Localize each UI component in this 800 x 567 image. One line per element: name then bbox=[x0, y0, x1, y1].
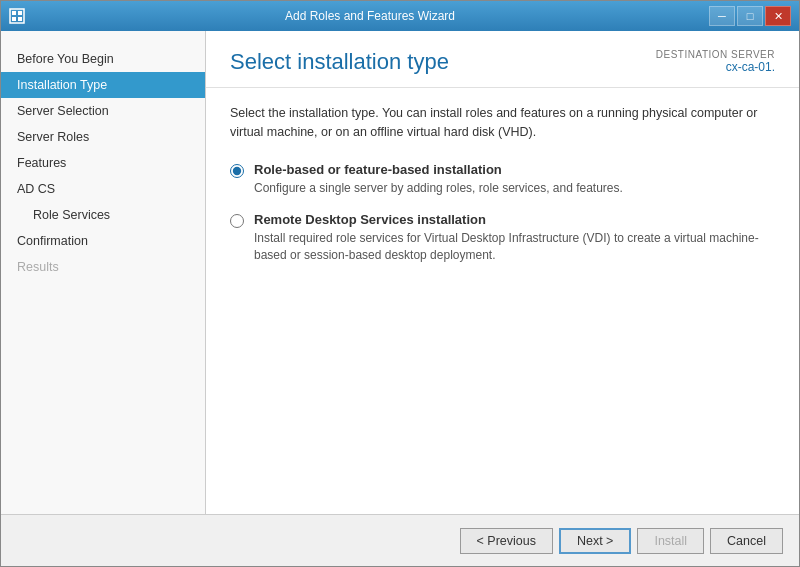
radio-title-remote-desktop: Remote Desktop Services installation bbox=[254, 212, 775, 227]
footer: < Previous Next > Install Cancel bbox=[1, 514, 799, 566]
installation-type-options: Role-based or feature-based installation… bbox=[230, 162, 775, 264]
radio-input-role-based[interactable] bbox=[230, 164, 244, 178]
sidebar-item-confirmation[interactable]: Confirmation bbox=[1, 228, 205, 254]
sidebar-item-server-roles[interactable]: Server Roles bbox=[1, 124, 205, 150]
destination-server-info: DESTINATION SERVER cx-ca-01. bbox=[656, 49, 775, 74]
install-button[interactable]: Install bbox=[637, 528, 704, 554]
window-icon bbox=[9, 8, 25, 24]
sidebar-item-role-services[interactable]: Role Services bbox=[1, 202, 205, 228]
destination-label: DESTINATION SERVER bbox=[656, 49, 775, 60]
maximize-button[interactable]: □ bbox=[737, 6, 763, 26]
radio-title-role-based: Role-based or feature-based installation bbox=[254, 162, 623, 177]
destination-value: cx-ca-01. bbox=[656, 60, 775, 74]
radio-input-remote-desktop[interactable] bbox=[230, 214, 244, 228]
svg-rect-4 bbox=[18, 17, 22, 21]
window-controls: ─ □ ✕ bbox=[709, 6, 791, 26]
sidebar-item-ad-cs[interactable]: AD CS bbox=[1, 176, 205, 202]
main-content: Before You BeginInstallation TypeServer … bbox=[1, 31, 799, 514]
sidebar-item-results: Results bbox=[1, 254, 205, 280]
close-button[interactable]: ✕ bbox=[765, 6, 791, 26]
description-text: Select the installation type. You can in… bbox=[230, 104, 775, 142]
radio-desc-role-based: Configure a single server by adding role… bbox=[254, 180, 623, 197]
minimize-button[interactable]: ─ bbox=[709, 6, 735, 26]
page-title: Select installation type bbox=[230, 49, 449, 75]
content-header: Select installation type DESTINATION SER… bbox=[206, 31, 799, 88]
radio-desc-remote-desktop: Install required role services for Virtu… bbox=[254, 230, 775, 264]
radio-label-group-role-based: Role-based or feature-based installation… bbox=[254, 162, 623, 197]
previous-button[interactable]: < Previous bbox=[460, 528, 553, 554]
svg-rect-2 bbox=[18, 11, 22, 15]
cancel-button[interactable]: Cancel bbox=[710, 528, 783, 554]
sidebar-item-before-you-begin[interactable]: Before You Begin bbox=[1, 46, 205, 72]
radio-option-remote-desktop[interactable]: Remote Desktop Services installationInst… bbox=[230, 212, 775, 264]
content-body: Select the installation type. You can in… bbox=[206, 88, 799, 514]
sidebar-item-features[interactable]: Features bbox=[1, 150, 205, 176]
svg-rect-1 bbox=[12, 11, 16, 15]
main-window: Add Roles and Features Wizard ─ □ ✕ Befo… bbox=[0, 0, 800, 567]
radio-label-group-remote-desktop: Remote Desktop Services installationInst… bbox=[254, 212, 775, 264]
radio-option-role-based[interactable]: Role-based or feature-based installation… bbox=[230, 162, 775, 197]
content-panel: Select installation type DESTINATION SER… bbox=[206, 31, 799, 514]
svg-rect-3 bbox=[12, 17, 16, 21]
title-bar: Add Roles and Features Wizard ─ □ ✕ bbox=[1, 1, 799, 31]
sidebar: Before You BeginInstallation TypeServer … bbox=[1, 31, 206, 514]
sidebar-item-installation-type[interactable]: Installation Type bbox=[1, 72, 205, 98]
window-title: Add Roles and Features Wizard bbox=[31, 9, 709, 23]
sidebar-item-server-selection[interactable]: Server Selection bbox=[1, 98, 205, 124]
next-button[interactable]: Next > bbox=[559, 528, 631, 554]
